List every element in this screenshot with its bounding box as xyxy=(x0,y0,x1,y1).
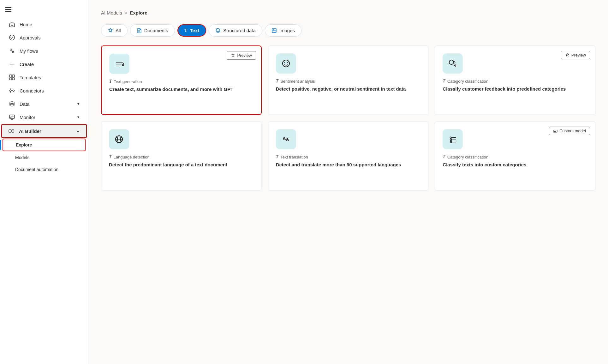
sidebar-subitem-label: Explore xyxy=(16,142,32,147)
templates-icon xyxy=(9,74,15,81)
type-icon: T xyxy=(276,154,279,159)
sidebar-subitem-label: Models xyxy=(15,155,29,160)
sidebar-item-connectors[interactable]: Connectors xyxy=(3,84,86,97)
tab-structured-data-label: Structured data xyxy=(223,28,256,33)
breadcrumb: AI Models > Explore xyxy=(101,10,595,15)
sidebar-item-create[interactable]: Create xyxy=(3,58,86,70)
sidebar-item-my-flows[interactable]: My flows xyxy=(3,45,86,57)
sidebar-subitem-label: Document automation xyxy=(15,167,58,172)
sidebar-item-label: Monitor xyxy=(20,115,35,120)
type-label: Category classification xyxy=(447,79,488,84)
svg-point-36 xyxy=(450,137,452,139)
badge-label: Preview xyxy=(571,53,586,57)
card-icon-category xyxy=(443,53,463,74)
home-icon xyxy=(9,21,15,27)
preview-badge[interactable]: Preview xyxy=(227,51,256,60)
connectors-icon xyxy=(9,87,15,94)
type-label: Language detection xyxy=(114,155,150,159)
tabs-container: All Documents T Text xyxy=(101,24,595,37)
tab-all[interactable]: All xyxy=(101,24,128,37)
type-label: Text translation xyxy=(280,155,308,159)
card-description: Classify texts into custom categories xyxy=(443,161,587,168)
sidebar-item-label: Templates xyxy=(20,75,41,80)
create-icon xyxy=(9,61,15,67)
tab-text-label: Text xyxy=(190,28,200,33)
card-text-translation[interactable]: A A T Text translation Detect and transl… xyxy=(268,121,429,191)
card-category-classification-2[interactable]: Custom model T Category classification C… xyxy=(435,121,595,191)
svg-point-3 xyxy=(9,35,15,40)
card-type: T Text translation xyxy=(276,154,421,159)
sidebar-item-home[interactable]: Home xyxy=(3,18,86,31)
sidebar-item-label: Data xyxy=(20,101,30,107)
tab-structured-data[interactable]: Structured data xyxy=(209,24,262,37)
type-label: Sentiment analysis xyxy=(280,79,315,84)
card-language-detection[interactable]: T Language detection Detect the predomin… xyxy=(101,121,262,191)
sidebar-item-templates[interactable]: Templates xyxy=(3,71,86,84)
card-description: Classify customer feedback into predefin… xyxy=(443,86,587,92)
monitor-icon xyxy=(9,114,15,120)
card-icon-text-gen xyxy=(109,54,129,74)
type-icon: T xyxy=(443,154,445,159)
preview-badge[interactable]: Preview xyxy=(561,51,590,59)
card-type: T Text generation xyxy=(109,79,253,84)
svg-rect-9 xyxy=(12,78,15,80)
card-description: Detect positive, negative, or neutral se… xyxy=(276,86,421,92)
svg-point-17 xyxy=(10,131,10,131)
sidebar-item-models[interactable]: Models xyxy=(3,152,86,163)
ai-builder-chevron-icon: ▲ xyxy=(76,129,80,133)
card-icon-language xyxy=(109,129,129,149)
sidebar-item-monitor[interactable]: Monitor ▾ xyxy=(3,111,86,123)
card-type: T Sentiment analysis xyxy=(276,79,421,84)
sidebar-item-label: Create xyxy=(20,62,34,67)
svg-rect-42 xyxy=(553,130,557,132)
text-icon: T xyxy=(184,28,188,33)
card-text-generation[interactable]: Preview T Text generation Create text, s… xyxy=(101,45,262,115)
hamburger-menu[interactable] xyxy=(0,3,88,18)
custom-model-badge[interactable]: Custom model xyxy=(549,127,590,135)
svg-point-28 xyxy=(287,62,288,63)
svg-rect-7 xyxy=(12,75,15,77)
sidebar-item-document-automation[interactable]: Document automation xyxy=(3,164,86,175)
sidebar-item-explore[interactable]: Explore xyxy=(3,139,86,151)
tab-all-label: All xyxy=(116,28,121,33)
data-chevron-icon: ▾ xyxy=(77,102,79,106)
type-icon: T xyxy=(276,79,279,84)
svg-point-40 xyxy=(450,141,452,143)
tab-documents[interactable]: Documents xyxy=(130,24,175,37)
card-category-classification-1[interactable]: Preview T Category classification Classi… xyxy=(435,45,595,115)
db-icon xyxy=(215,28,221,33)
sidebar: Home Approvals My flows xyxy=(0,0,88,364)
type-icon: T xyxy=(109,154,112,159)
card-icon-custom-category xyxy=(443,129,463,149)
svg-point-13 xyxy=(10,102,14,104)
sidebar-item-data[interactable]: Data ▾ xyxy=(3,98,86,110)
svg-rect-2 xyxy=(5,11,11,12)
card-icon-translation: A A xyxy=(276,129,296,149)
doc-icon xyxy=(137,28,142,33)
active-indicator xyxy=(0,140,1,150)
card-description: Detect and translate more than 90 suppor… xyxy=(276,161,421,168)
star-icon xyxy=(108,28,113,33)
card-type: T Category classification xyxy=(443,79,587,84)
monitor-chevron-icon: ▾ xyxy=(77,115,79,119)
type-icon: T xyxy=(109,79,112,84)
card-sentiment-analysis[interactable]: T Sentiment analysis Detect positive, ne… xyxy=(268,45,429,115)
breadcrumb-separator: > xyxy=(125,10,128,15)
svg-rect-0 xyxy=(5,7,11,8)
breadcrumb-parent[interactable]: AI Models xyxy=(101,10,122,15)
svg-point-11 xyxy=(13,90,15,92)
sidebar-item-label: My flows xyxy=(20,48,38,54)
badge-label: Custom model xyxy=(559,128,586,133)
svg-rect-1 xyxy=(5,9,11,10)
sidebar-item-ai-builder[interactable]: AI Builder ▲ xyxy=(1,124,87,138)
tab-images[interactable]: Images xyxy=(265,24,301,37)
sidebar-item-approvals[interactable]: Approvals xyxy=(3,31,86,44)
sidebar-item-label: Approvals xyxy=(20,35,41,40)
breadcrumb-current: Explore xyxy=(130,10,147,15)
img-icon xyxy=(271,28,277,33)
type-label: Text generation xyxy=(114,79,142,84)
tab-text[interactable]: T Text xyxy=(177,24,206,37)
svg-point-30 xyxy=(455,65,456,66)
badge-label: Preview xyxy=(237,53,252,58)
sidebar-item-label: AI Builder xyxy=(19,128,41,134)
